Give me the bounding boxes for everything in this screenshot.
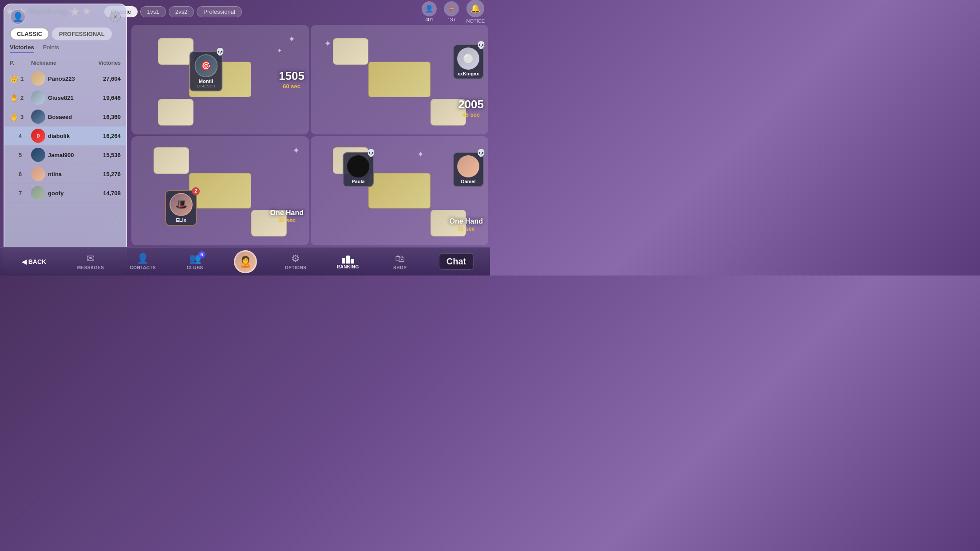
- col-position: P.: [10, 60, 31, 66]
- player-card-daniel[interactable]: 💀 Daniel: [453, 152, 484, 187]
- player-row[interactable]: 7 goofy 14,708: [4, 184, 126, 203]
- player-avatar-3: [31, 110, 45, 124]
- col-victories: Victories: [85, 60, 121, 66]
- victories-7: 14,708: [85, 190, 121, 197]
- paula-avatar: [347, 155, 369, 177]
- contacts-icon: 👤: [137, 253, 149, 264]
- nav-contacts[interactable]: 👤 CONTACTS: [130, 253, 156, 270]
- game-table-1[interactable]: 💀 🎯 Montii OT4EVER 1505 60 sec ✦ ✦: [131, 25, 309, 134]
- ranking-panel: 👤 × CLASSIC PROFESSIONAL Victories Point…: [4, 4, 127, 274]
- tab-classic-panel[interactable]: CLASSIC: [10, 28, 49, 40]
- sort-points[interactable]: Points: [43, 44, 59, 53]
- player-row[interactable]: 👑 1 Panos223 27,604: [4, 69, 126, 88]
- player-avatar-7: [31, 186, 45, 200]
- ranking-label: RANKING: [337, 264, 359, 269]
- time-2: 45 sec: [458, 111, 484, 118]
- chair-bottom-left: [158, 99, 194, 126]
- game-table-2[interactable]: 💀 ⚪ xxKingxx 2005 45 sec ✦: [311, 25, 488, 134]
- player-row[interactable]: 5 Jamal900 15,536: [4, 146, 126, 165]
- user-avatar[interactable]: 👤: [10, 9, 26, 25]
- nav-clubs[interactable]: 👥 N CLUBS: [182, 253, 208, 270]
- tables-count: 137: [447, 17, 455, 22]
- center-avatar-button[interactable]: 🙎: [234, 250, 257, 273]
- elix-name: ELix: [170, 217, 193, 223]
- rank-number-1: 1: [20, 75, 24, 82]
- back-button[interactable]: ◀ BACK: [16, 256, 51, 268]
- skull-icon: 💀: [477, 149, 486, 157]
- friends-count: 401: [425, 17, 433, 22]
- type-3: One Hand: [270, 209, 304, 217]
- score-area-1: 1505 60 sec: [279, 69, 304, 90]
- bottom-nav: ◀ BACK ✉ MESSAGES 👤 CONTACTS 👥 N CLUBS 🙎…: [0, 247, 490, 276]
- player-row[interactable]: 🖐 3 Bosaeed 16,360: [4, 107, 126, 126]
- player-card-paula[interactable]: 💀 Paula: [343, 152, 374, 187]
- sort-victories[interactable]: Victories: [10, 44, 34, 53]
- top-right-icons: 👤 401 🪑 137 🔔 NOTICE: [422, 0, 485, 24]
- player-name-3: Bosaeed: [48, 114, 72, 120]
- victories-6: 15,276: [85, 171, 121, 177]
- sort-tabs: Victories Points: [4, 44, 126, 57]
- daniel-name: Daniel: [457, 179, 479, 184]
- rank-number-7: 7: [19, 190, 22, 197]
- sparkle-icon: ✦: [277, 47, 282, 54]
- chat-button[interactable]: Chat: [439, 253, 474, 270]
- daniel-avatar: [457, 155, 479, 177]
- podium-bar-3: [351, 259, 354, 264]
- sparkle-icon: ✦: [417, 150, 424, 159]
- nav-messages[interactable]: ✉ MESSAGES: [77, 253, 104, 270]
- victories-4: 16,264: [85, 133, 121, 139]
- chair-top-left: [158, 38, 194, 65]
- victories-5: 15,536: [85, 152, 121, 158]
- sparkle-icon: ✦: [292, 145, 300, 156]
- panel-tabs: CLASSIC PROFESSIONAL: [4, 28, 126, 44]
- close-button[interactable]: ×: [110, 12, 121, 22]
- tab-2vs2[interactable]: 2vs2: [169, 6, 194, 17]
- nav-shop[interactable]: 🛍 SHOP: [387, 253, 413, 270]
- podium-bar-2: [346, 256, 350, 264]
- chair-top-3: [154, 147, 189, 174]
- elix-badge: 2: [192, 187, 200, 195]
- xxkingxx-avatar: ⚪: [457, 47, 479, 70]
- player-row[interactable]: ✋ 2 Giuse821 19,646: [4, 88, 126, 107]
- notice-button[interactable]: 🔔 NOTICE: [466, 0, 485, 24]
- shop-label: SHOP: [393, 265, 407, 270]
- contacts-label: CONTACTS: [130, 265, 156, 270]
- tab-professional[interactable]: Professional: [197, 6, 242, 17]
- player-avatar-2: [31, 91, 45, 105]
- paula-name: Paula: [347, 179, 369, 184]
- messages-icon: ✉: [87, 253, 95, 264]
- nav-options[interactable]: ⚙ OPTIONS: [282, 253, 309, 270]
- elix-avatar: 🎩: [170, 193, 193, 216]
- player-card-xxkingxx[interactable]: 💀 ⚪ xxKingxx: [453, 44, 484, 79]
- player-avatar-4: D: [31, 129, 45, 143]
- tab-professional-panel[interactable]: PROFESSIONAL: [52, 28, 112, 40]
- player-name-6: ntina: [48, 171, 62, 177]
- montii-name: Montii: [194, 79, 218, 84]
- victories-1: 27,604: [85, 75, 121, 82]
- player-name-2: Giuse821: [48, 94, 74, 101]
- game-table-4[interactable]: 💀 Paula 💀 Daniel One Hand 30 sec ✦: [311, 136, 488, 246]
- player-card-montii[interactable]: 💀 🎯 Montii OT4EVER: [190, 51, 223, 92]
- nav-ranking[interactable]: RANKING: [335, 254, 361, 269]
- rank-number-6: 6: [19, 171, 22, 177]
- friends-icon[interactable]: 👤 401: [422, 1, 437, 22]
- victories-2: 19,646: [85, 94, 121, 101]
- messages-label: MESSAGES: [77, 265, 104, 270]
- player-row[interactable]: 6 ntina 15,276: [4, 165, 126, 184]
- tables-icon[interactable]: 🪑 137: [444, 1, 459, 22]
- sparkle-icon: ✦: [324, 38, 332, 49]
- player-avatar-1: [31, 71, 45, 86]
- tables-area: 💀 🎯 Montii OT4EVER 1505 60 sec ✦ ✦ 💀 ⚪ x…: [130, 23, 490, 247]
- ranking-nav-icon: [342, 254, 354, 264]
- game-table-3[interactable]: 2 🎩 ELix One Hand 30 sec ✦: [131, 136, 309, 246]
- back-arrow-icon: ◀: [22, 258, 27, 265]
- skull-icon: 💀: [477, 41, 486, 49]
- clubs-label: CLUBS: [187, 265, 203, 270]
- player-row[interactable]: 4 D diabolik 16,264: [4, 126, 126, 146]
- score-area-2: 2005 45 sec: [458, 98, 484, 118]
- tab-1vs1[interactable]: 1vs1: [140, 6, 166, 17]
- options-label: OPTIONS: [285, 265, 307, 270]
- player-card-elix[interactable]: 2 🎩 ELix: [165, 190, 197, 226]
- player-name-4: diabolik: [48, 133, 70, 139]
- score-2: 2005: [458, 98, 484, 111]
